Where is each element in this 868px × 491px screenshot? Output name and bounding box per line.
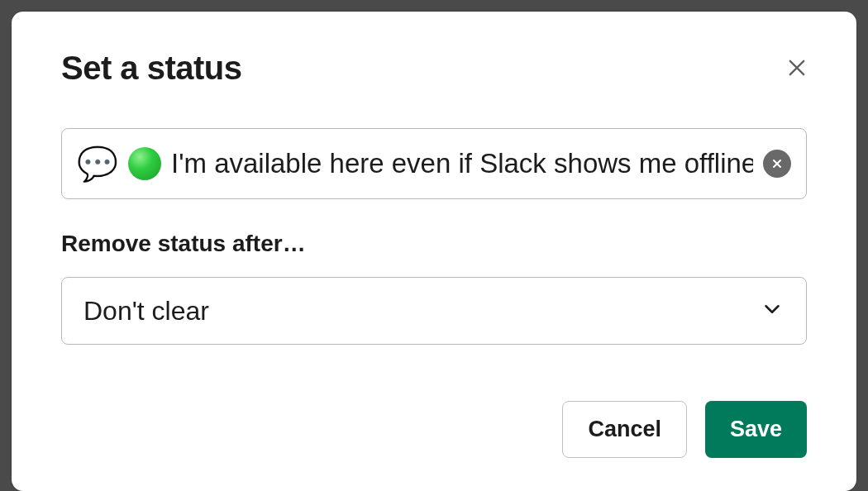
chevron-down-icon <box>760 297 785 325</box>
remove-after-select[interactable]: Don't clear <box>61 277 807 345</box>
status-text-input[interactable] <box>171 148 753 179</box>
modal-title: Set a status <box>61 50 242 87</box>
close-button[interactable] <box>780 51 813 84</box>
green-circle-emoji <box>128 147 161 180</box>
cancel-button[interactable]: Cancel <box>562 401 687 458</box>
speech-bubble-icon[interactable]: 💬 <box>77 147 118 180</box>
status-input-container[interactable]: 💬 <box>61 128 807 199</box>
clear-status-button[interactable] <box>763 150 791 178</box>
close-icon <box>785 56 808 79</box>
save-button[interactable]: Save <box>705 401 807 458</box>
remove-after-label: Remove status after… <box>61 231 807 257</box>
modal-header: Set a status <box>61 50 807 87</box>
set-status-modal: Set a status 💬 Remove status after… Don'… <box>12 12 856 491</box>
button-row: Cancel Save <box>61 368 807 458</box>
remove-after-value: Don't clear <box>83 296 209 327</box>
clear-icon <box>770 157 784 170</box>
